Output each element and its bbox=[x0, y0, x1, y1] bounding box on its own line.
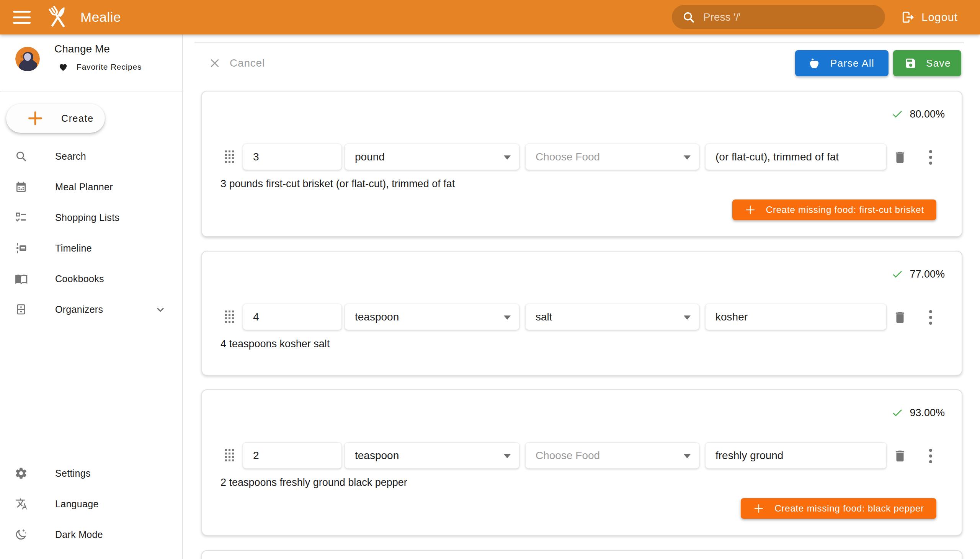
chevron-down-icon bbox=[684, 316, 691, 320]
ingredient-card-partial bbox=[202, 550, 962, 559]
user-name: Change Me bbox=[55, 43, 110, 55]
sidebar-item-organizers[interactable]: Organizers bbox=[0, 294, 182, 325]
search-placeholder: Press '/' bbox=[703, 11, 741, 23]
ingredient-card-list: 80.00% 3 pound Choose Food (or flat-cut)… bbox=[202, 35, 962, 559]
app-header: Mealie Press '/' Logout bbox=[0, 0, 980, 35]
note-input[interactable]: (or flat-cut), trimmed of fat bbox=[705, 144, 887, 170]
moon-stars-icon bbox=[15, 528, 28, 541]
note-input[interactable]: freshly ground bbox=[705, 442, 887, 469]
favorites-label: Favorite Recipes bbox=[76, 63, 142, 71]
logout-icon bbox=[901, 10, 915, 25]
search-icon bbox=[682, 10, 696, 24]
sidebar-nav: Search Meal Planner bbox=[0, 141, 182, 325]
checklist-icon bbox=[15, 211, 28, 224]
create-missing-food-button[interactable]: Create missing food: black pepper bbox=[741, 498, 936, 519]
avatar bbox=[15, 47, 40, 71]
unit-select[interactable]: pound bbox=[345, 144, 519, 170]
drag-handle-icon[interactable] bbox=[225, 311, 235, 323]
translate-icon bbox=[15, 497, 28, 510]
create-missing-food-button[interactable]: Create missing food: first-cut brisket bbox=[732, 200, 936, 220]
logout-button[interactable]: Logout bbox=[899, 0, 960, 35]
file-cabinet-icon bbox=[15, 303, 28, 316]
sidebar-item-timeline[interactable]: Timeline bbox=[0, 233, 182, 263]
chevron-down-icon bbox=[153, 302, 168, 317]
menu-icon[interactable] bbox=[13, 11, 31, 24]
confidence-value: 80.00% bbox=[910, 108, 945, 120]
check-icon bbox=[891, 108, 904, 120]
mealie-logo-icon[interactable] bbox=[44, 3, 72, 31]
confidence-value: 93.00% bbox=[910, 407, 945, 419]
delete-button[interactable] bbox=[893, 448, 910, 465]
favorite-recipes-link[interactable]: Favorite Recipes bbox=[58, 62, 142, 72]
chevron-down-icon bbox=[684, 454, 691, 458]
drag-handle-icon[interactable] bbox=[225, 150, 235, 163]
sidebar-footer-nav: Settings Language Dark M bbox=[0, 458, 182, 550]
check-icon bbox=[891, 268, 904, 280]
ingredient-fields-row: 3 pound Choose Food (or flat-cut), trimm… bbox=[202, 144, 962, 170]
mealie-app: Mealie Press '/' Logout bbox=[0, 0, 980, 559]
chevron-down-icon bbox=[684, 155, 691, 160]
more-options-button[interactable] bbox=[925, 309, 935, 326]
calendar-icon bbox=[15, 180, 28, 194]
confidence-value: 77.00% bbox=[910, 268, 945, 280]
ingredient-card: 80.00% 3 pound Choose Food (or flat-cut)… bbox=[202, 91, 962, 237]
confidence-indicator: 80.00% bbox=[891, 108, 945, 120]
original-ingredient-text: 4 teaspoons kosher salt bbox=[220, 338, 330, 350]
more-options-button[interactable] bbox=[925, 448, 935, 465]
plus-icon bbox=[745, 204, 756, 215]
user-block[interactable]: Change Me Favorite Recipes bbox=[0, 35, 182, 91]
sidebar-item-language[interactable]: Language bbox=[0, 489, 182, 519]
check-icon bbox=[891, 407, 904, 419]
book-open-icon bbox=[15, 272, 28, 285]
food-select[interactable]: salt bbox=[525, 304, 699, 330]
create-button[interactable]: Create bbox=[6, 104, 105, 133]
food-select[interactable]: Choose Food bbox=[525, 442, 699, 469]
original-ingredient-text: 2 teaspoons freshly ground black pepper bbox=[220, 477, 407, 489]
ingredient-parser-view: Cancel Parse All Save bbox=[183, 35, 980, 559]
chevron-down-icon bbox=[504, 316, 511, 320]
logout-label: Logout bbox=[921, 11, 958, 24]
quantity-input[interactable]: 3 bbox=[243, 144, 342, 170]
sidebar-item-settings[interactable]: Settings bbox=[0, 458, 182, 489]
delete-button[interactable] bbox=[893, 149, 910, 166]
confidence-indicator: 93.00% bbox=[891, 407, 945, 419]
ingredient-fields-row: 4 teaspoon salt kosher bbox=[202, 304, 962, 330]
note-input[interactable]: kosher bbox=[705, 304, 887, 330]
sidebar-item-dark-mode[interactable]: Dark Mode bbox=[0, 519, 182, 550]
app-title: Mealie bbox=[80, 10, 121, 25]
timeline-icon bbox=[15, 241, 28, 255]
sidebar-divider bbox=[0, 91, 182, 91]
sidebar-item-search[interactable]: Search bbox=[0, 141, 182, 172]
quantity-input[interactable]: 4 bbox=[243, 304, 342, 330]
original-ingredient-text: 3 pounds first-cut brisket (or flat-cut)… bbox=[220, 178, 455, 190]
plus-icon bbox=[753, 503, 765, 514]
magnify-icon bbox=[15, 150, 28, 163]
ingredient-card: 77.00% 4 teaspoon salt kosher bbox=[202, 251, 962, 375]
chevron-down-icon bbox=[504, 454, 511, 458]
create-label: Create bbox=[61, 113, 94, 124]
sidebar: Change Me Favorite Recipes Create bbox=[0, 35, 183, 559]
unit-select[interactable]: teaspoon bbox=[345, 442, 519, 469]
more-options-button[interactable] bbox=[925, 149, 935, 166]
unit-select[interactable]: teaspoon bbox=[345, 304, 519, 330]
confidence-indicator: 77.00% bbox=[891, 268, 945, 280]
gear-icon bbox=[15, 467, 28, 480]
ingredient-fields-row: 2 teaspoon Choose Food freshly ground bbox=[202, 442, 962, 469]
sidebar-item-shopping-lists[interactable]: Shopping Lists bbox=[0, 202, 182, 233]
search-input[interactable]: Press '/' bbox=[672, 5, 885, 29]
sidebar-item-cookbooks[interactable]: Cookbooks bbox=[0, 263, 182, 294]
drag-handle-icon[interactable] bbox=[225, 449, 235, 462]
delete-button[interactable] bbox=[893, 309, 910, 326]
quantity-input[interactable]: 2 bbox=[243, 442, 342, 469]
plus-icon bbox=[27, 110, 44, 127]
chevron-down-icon bbox=[504, 155, 511, 160]
heart-icon bbox=[58, 62, 68, 72]
ingredient-card: 93.00% 2 teaspoon Choose Food freshly gr… bbox=[202, 389, 962, 536]
sidebar-item-meal-planner[interactable]: Meal Planner bbox=[0, 172, 182, 202]
food-select[interactable]: Choose Food bbox=[525, 144, 699, 170]
